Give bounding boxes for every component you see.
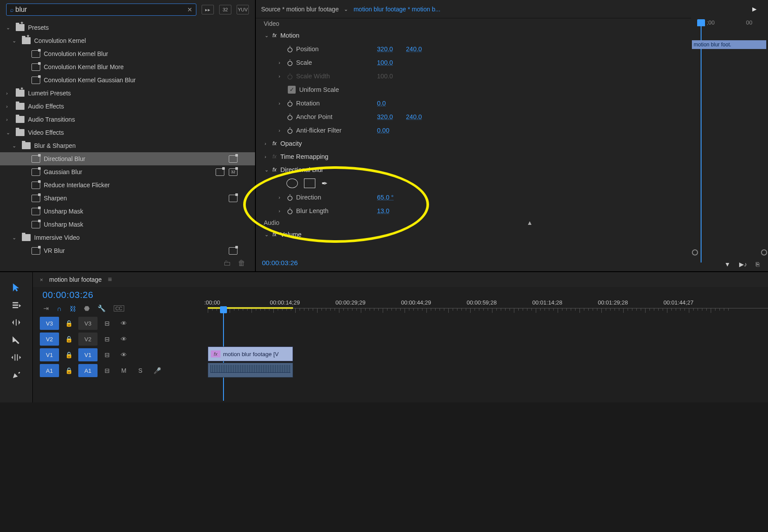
folder-icon: [16, 90, 24, 97]
track-header: V3🔒V3⊟👁: [40, 316, 208, 331]
sequence-tab[interactable]: × motion blur footage ≡: [33, 272, 768, 287]
captions-icon[interactable]: CC: [114, 305, 124, 312]
folder-icon: [16, 116, 24, 123]
sync-lock[interactable]: V3: [78, 317, 98, 330]
export-icon[interactable]: ⎘: [756, 261, 759, 268]
close-icon[interactable]: ×: [40, 276, 43, 283]
stopwatch-icon[interactable]: [286, 113, 293, 120]
settings-icon[interactable]: 🔧: [98, 304, 106, 312]
tree-item[interactable]: Unsharp Mask: [0, 218, 255, 231]
marker-icon[interactable]: ⬣: [84, 304, 90, 312]
visibility-icon[interactable]: 👁: [117, 348, 131, 361]
visibility-icon[interactable]: 👁: [117, 317, 131, 330]
track-target[interactable]: V3: [40, 317, 59, 330]
go-to-keyframe-icon[interactable]: ▶♪: [739, 261, 747, 268]
playhead-icon[interactable]: [697, 19, 705, 26]
solo-icon[interactable]: S: [133, 364, 147, 377]
track-header: V2🔒V2⊟👁: [40, 332, 208, 346]
rect-mask-icon[interactable]: [304, 178, 315, 188]
track-output-icon[interactable]: ⊟: [100, 348, 114, 361]
insert-mode-icon[interactable]: ⇥: [43, 304, 49, 312]
stopwatch-icon[interactable]: [286, 46, 293, 52]
tree-item[interactable]: Convolution Kernel Blur More: [0, 60, 255, 74]
play-only-icon[interactable]: ▶: [752, 6, 757, 12]
pen-tool-icon[interactable]: [10, 369, 23, 381]
hw-accelerated-badge-icon: [229, 195, 237, 202]
pen-mask-icon[interactable]: ✒: [321, 179, 328, 188]
tree-item[interactable]: ›Audio Effects: [0, 100, 255, 113]
track-target[interactable]: A1: [40, 364, 59, 377]
tree-item[interactable]: Unsharp Mask: [0, 205, 255, 218]
visibility-icon[interactable]: 👁: [117, 332, 131, 346]
ruler-label: 00:00:44;29: [401, 299, 467, 306]
tree-item[interactable]: Sharpen: [0, 192, 255, 205]
tree-item[interactable]: Convolution Kernel Gaussian Blur: [0, 74, 255, 87]
lock-icon[interactable]: 🔒: [62, 364, 76, 377]
delete-icon[interactable]: 🗑: [238, 259, 245, 268]
filter-icon[interactable]: ▼: [724, 261, 730, 268]
fx-accelerated-icon[interactable]: ▸▸: [202, 5, 214, 14]
tree-item[interactable]: ⌄Blur & Sharpen: [0, 139, 255, 152]
sequence-label[interactable]: motion blur footage * motion b...: [353, 6, 440, 13]
track-output-icon[interactable]: ⊟: [100, 332, 114, 346]
tree-item[interactable]: ⌄Video Effects: [0, 126, 255, 139]
track-target[interactable]: V2: [40, 332, 59, 346]
tree-item[interactable]: ›Lumetri Presets: [0, 87, 255, 100]
track-output-icon[interactable]: ⊟: [100, 317, 114, 330]
tree-item[interactable]: Reduce Interlace Flicker: [0, 178, 255, 192]
stopwatch-icon[interactable]: [286, 100, 293, 107]
collapse-icon[interactable]: ▲: [527, 219, 533, 226]
32bit-icon[interactable]: 32: [219, 5, 231, 14]
lock-icon[interactable]: 🔒: [62, 348, 76, 361]
stopwatch-icon[interactable]: [286, 207, 293, 214]
playhead[interactable]: [220, 306, 227, 313]
mini-clip[interactable]: motion blur foot.: [692, 40, 766, 49]
snap-icon[interactable]: ∩: [57, 305, 62, 312]
voiceover-icon[interactable]: 🎤: [150, 364, 164, 377]
stopwatch-icon[interactable]: [286, 59, 293, 66]
tree-item[interactable]: Directional Blur: [0, 152, 255, 165]
video-clip[interactable]: fx motion blur footage [V: [208, 346, 293, 361]
sync-lock[interactable]: V2: [78, 332, 98, 346]
tree-item-label: Audio Transitions: [28, 116, 75, 123]
panel-menu-icon[interactable]: ≡: [108, 276, 112, 284]
tree-item[interactable]: ›Audio Transitions: [0, 113, 255, 126]
yuv-icon[interactable]: YUV: [237, 5, 249, 14]
search-icon: ⌕: [10, 6, 14, 13]
tree-item[interactable]: ⌄Immersive Video: [0, 231, 255, 244]
tree-item[interactable]: ⌄Presets: [0, 21, 255, 34]
chevron-down-icon[interactable]: ⌄: [344, 6, 348, 12]
checkbox-checked-icon[interactable]: ✓: [288, 86, 296, 94]
mute-icon[interactable]: M: [117, 364, 131, 377]
audio-clip[interactable]: [208, 363, 293, 378]
razor-tool-icon[interactable]: [10, 334, 23, 346]
tree-item-label: Directional Blur: [44, 155, 85, 162]
clear-search-icon[interactable]: ✕: [187, 6, 192, 13]
new-bin-icon[interactable]: 🗀: [223, 259, 231, 268]
slip-tool-icon[interactable]: [10, 352, 23, 363]
ellipse-mask-icon[interactable]: [286, 178, 298, 188]
sync-lock[interactable]: A1: [78, 364, 98, 377]
stopwatch-icon[interactable]: [286, 194, 293, 201]
track-output-icon[interactable]: ⊟: [100, 364, 114, 377]
selection-tool-icon[interactable]: [10, 282, 23, 293]
stopwatch-icon[interactable]: [286, 127, 293, 134]
track-target[interactable]: V1: [40, 348, 59, 361]
mini-scrollbar[interactable]: [692, 249, 767, 254]
ripple-edit-tool-icon[interactable]: [10, 317, 23, 328]
svg-point-12: [288, 196, 292, 200]
tree-item[interactable]: ⌄Convolution Kernel: [0, 34, 255, 47]
tree-item[interactable]: Convolution Kernel Blur: [0, 47, 255, 60]
tree-item-label: VR Blur: [44, 247, 65, 254]
tree-item[interactable]: Gaussian Blur32: [0, 165, 255, 178]
search-box[interactable]: ⌕ ✕: [6, 4, 196, 16]
tree-item-label: Convolution Kernel Gaussian Blur: [44, 77, 136, 84]
lock-icon[interactable]: 🔒: [62, 317, 76, 330]
lock-icon[interactable]: 🔒: [62, 332, 76, 346]
timeline-timecode[interactable]: 00:00:03:26: [42, 287, 208, 304]
search-input[interactable]: [14, 5, 187, 14]
tree-item[interactable]: VR Blur: [0, 244, 255, 256]
track-select-tool-icon[interactable]: [10, 299, 23, 311]
sync-lock[interactable]: V1: [78, 348, 98, 361]
linked-selection-icon[interactable]: ⛓: [70, 305, 76, 312]
